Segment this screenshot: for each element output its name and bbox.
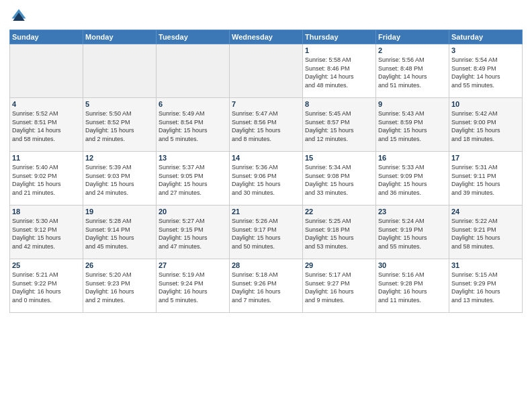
day-info: Sunrise: 5:37 AM Sunset: 9:05 PM Dayligh…	[159, 163, 227, 197]
day-info: Sunrise: 5:50 AM Sunset: 8:52 PM Dayligh…	[85, 109, 154, 143]
calendar-cell: 2Sunrise: 5:56 AM Sunset: 8:48 PM Daylig…	[376, 44, 449, 98]
weekday-header-thursday: Thursday	[303, 30, 376, 44]
calendar-body: 1Sunrise: 5:58 AM Sunset: 8:46 PM Daylig…	[10, 44, 523, 313]
day-info: Sunrise: 5:25 AM Sunset: 9:18 PM Dayligh…	[305, 217, 373, 250]
day-number: 22	[305, 208, 373, 216]
day-info: Sunrise: 5:26 AM Sunset: 9:17 PM Dayligh…	[232, 217, 300, 250]
day-info: Sunrise: 5:17 AM Sunset: 9:27 PM Dayligh…	[305, 271, 373, 304]
day-number: 16	[378, 154, 447, 162]
calendar-cell: 10Sunrise: 5:42 AM Sunset: 9:00 PM Dayli…	[449, 98, 523, 152]
day-number: 30	[378, 261, 447, 269]
day-info: Sunrise: 5:19 AM Sunset: 9:24 PM Dayligh…	[159, 271, 227, 304]
calendar-cell: 4Sunrise: 5:52 AM Sunset: 8:51 PM Daylig…	[10, 98, 83, 152]
calendar-cell: 21Sunrise: 5:26 AM Sunset: 9:17 PM Dayli…	[230, 205, 303, 259]
day-info: Sunrise: 5:15 AM Sunset: 9:29 PM Dayligh…	[451, 271, 520, 304]
calendar-cell: 31Sunrise: 5:15 AM Sunset: 9:29 PM Dayli…	[449, 259, 523, 313]
day-info: Sunrise: 5:42 AM Sunset: 9:00 PM Dayligh…	[451, 109, 520, 143]
day-number: 25	[12, 261, 81, 269]
calendar-cell: 13Sunrise: 5:37 AM Sunset: 9:05 PM Dayli…	[157, 152, 230, 205]
day-number: 28	[232, 261, 300, 269]
day-info: Sunrise: 5:30 AM Sunset: 9:12 PM Dayligh…	[12, 217, 81, 250]
day-number: 10	[451, 100, 520, 108]
calendar-cell: 27Sunrise: 5:19 AM Sunset: 9:24 PM Dayli…	[157, 259, 230, 313]
day-info: Sunrise: 5:43 AM Sunset: 8:59 PM Dayligh…	[378, 109, 447, 143]
day-info: Sunrise: 5:21 AM Sunset: 9:22 PM Dayligh…	[12, 271, 81, 304]
day-info: Sunrise: 5:24 AM Sunset: 9:19 PM Dayligh…	[378, 217, 447, 250]
day-info: Sunrise: 5:34 AM Sunset: 9:08 PM Dayligh…	[305, 163, 373, 197]
calendar-cell: 19Sunrise: 5:28 AM Sunset: 9:14 PM Dayli…	[83, 205, 157, 259]
calendar-cell	[83, 44, 157, 98]
day-info: Sunrise: 5:33 AM Sunset: 9:09 PM Dayligh…	[378, 163, 447, 197]
day-number: 23	[378, 208, 447, 216]
calendar-cell: 20Sunrise: 5:27 AM Sunset: 9:15 PM Dayli…	[157, 205, 230, 259]
calendar-cell: 26Sunrise: 5:20 AM Sunset: 9:23 PM Dayli…	[83, 259, 157, 313]
calendar-cell: 14Sunrise: 5:36 AM Sunset: 9:06 PM Dayli…	[230, 152, 303, 205]
day-info: Sunrise: 5:27 AM Sunset: 9:15 PM Dayligh…	[159, 217, 227, 250]
day-number: 21	[232, 208, 300, 216]
day-number: 18	[12, 208, 81, 216]
calendar-cell: 5Sunrise: 5:50 AM Sunset: 8:52 PM Daylig…	[83, 98, 157, 152]
calendar-cell: 23Sunrise: 5:24 AM Sunset: 9:19 PM Dayli…	[376, 205, 449, 259]
day-info: Sunrise: 5:45 AM Sunset: 8:57 PM Dayligh…	[305, 109, 373, 143]
calendar-table: SundayMondayTuesdayWednesdayThursdayFrid…	[9, 30, 523, 313]
calendar-cell: 8Sunrise: 5:45 AM Sunset: 8:57 PM Daylig…	[303, 98, 376, 152]
calendar-cell: 17Sunrise: 5:31 AM Sunset: 9:11 PM Dayli…	[449, 152, 523, 205]
day-number: 24	[451, 208, 520, 216]
day-number: 5	[85, 100, 154, 108]
calendar-cell: 24Sunrise: 5:22 AM Sunset: 9:21 PM Dayli…	[449, 205, 523, 259]
day-number: 7	[232, 100, 300, 108]
day-number: 3	[451, 46, 520, 54]
calendar-cell: 15Sunrise: 5:34 AM Sunset: 9:08 PM Dayli…	[303, 152, 376, 205]
logo	[9, 7, 31, 26]
day-info: Sunrise: 5:47 AM Sunset: 8:56 PM Dayligh…	[232, 109, 300, 143]
day-number: 12	[85, 154, 154, 162]
calendar-cell: 9Sunrise: 5:43 AM Sunset: 8:59 PM Daylig…	[376, 98, 449, 152]
day-info: Sunrise: 5:40 AM Sunset: 9:02 PM Dayligh…	[12, 163, 81, 197]
day-number: 31	[451, 261, 520, 269]
week-row-1: 1Sunrise: 5:58 AM Sunset: 8:46 PM Daylig…	[10, 44, 523, 98]
calendar-cell	[230, 44, 303, 98]
calendar-cell: 12Sunrise: 5:39 AM Sunset: 9:03 PM Dayli…	[83, 152, 157, 205]
day-info: Sunrise: 5:36 AM Sunset: 9:06 PM Dayligh…	[232, 163, 300, 197]
calendar-cell: 1Sunrise: 5:58 AM Sunset: 8:46 PM Daylig…	[303, 44, 376, 98]
calendar-cell: 30Sunrise: 5:16 AM Sunset: 9:28 PM Dayli…	[376, 259, 449, 313]
calendar-cell: 25Sunrise: 5:21 AM Sunset: 9:22 PM Dayli…	[10, 259, 83, 313]
day-info: Sunrise: 5:49 AM Sunset: 8:54 PM Dayligh…	[159, 109, 227, 143]
day-number: 11	[12, 154, 81, 162]
calendar-cell: 22Sunrise: 5:25 AM Sunset: 9:18 PM Dayli…	[303, 205, 376, 259]
day-info: Sunrise: 5:18 AM Sunset: 9:26 PM Dayligh…	[232, 271, 300, 304]
weekday-header-saturday: Saturday	[449, 30, 523, 44]
calendar-cell: 3Sunrise: 5:54 AM Sunset: 8:49 PM Daylig…	[449, 44, 523, 98]
day-info: Sunrise: 5:22 AM Sunset: 9:21 PM Dayligh…	[451, 217, 520, 250]
day-number: 6	[159, 100, 227, 108]
logo-icon	[9, 7, 28, 26]
day-info: Sunrise: 5:31 AM Sunset: 9:11 PM Dayligh…	[451, 163, 520, 197]
weekday-header-tuesday: Tuesday	[157, 30, 230, 44]
calendar-cell: 6Sunrise: 5:49 AM Sunset: 8:54 PM Daylig…	[157, 98, 230, 152]
calendar-cell: 29Sunrise: 5:17 AM Sunset: 9:27 PM Dayli…	[303, 259, 376, 313]
calendar-cell: 16Sunrise: 5:33 AM Sunset: 9:09 PM Dayli…	[376, 152, 449, 205]
day-info: Sunrise: 5:52 AM Sunset: 8:51 PM Dayligh…	[12, 109, 81, 143]
day-info: Sunrise: 5:54 AM Sunset: 8:49 PM Dayligh…	[451, 56, 520, 89]
weekday-header-friday: Friday	[376, 30, 449, 44]
calendar-cell	[10, 44, 83, 98]
week-row-5: 25Sunrise: 5:21 AM Sunset: 9:22 PM Dayli…	[10, 259, 523, 313]
weekday-header-monday: Monday	[83, 30, 157, 44]
calendar-cell: 11Sunrise: 5:40 AM Sunset: 9:02 PM Dayli…	[10, 152, 83, 205]
day-number: 2	[378, 46, 447, 54]
day-info: Sunrise: 5:20 AM Sunset: 9:23 PM Dayligh…	[85, 271, 154, 304]
day-number: 1	[305, 46, 373, 54]
day-info: Sunrise: 5:28 AM Sunset: 9:14 PM Dayligh…	[85, 217, 154, 250]
calendar-cell: 7Sunrise: 5:47 AM Sunset: 8:56 PM Daylig…	[230, 98, 303, 152]
day-number: 9	[378, 100, 447, 108]
week-row-4: 18Sunrise: 5:30 AM Sunset: 9:12 PM Dayli…	[10, 205, 523, 259]
day-number: 26	[85, 261, 154, 269]
calendar-header: SundayMondayTuesdayWednesdayThursdayFrid…	[10, 30, 523, 44]
calendar-cell: 18Sunrise: 5:30 AM Sunset: 9:12 PM Dayli…	[10, 205, 83, 259]
day-number: 13	[159, 154, 227, 162]
day-number: 4	[12, 100, 81, 108]
calendar-cell: 28Sunrise: 5:18 AM Sunset: 9:26 PM Dayli…	[230, 259, 303, 313]
weekday-header-wednesday: Wednesday	[230, 30, 303, 44]
week-row-2: 4Sunrise: 5:52 AM Sunset: 8:51 PM Daylig…	[10, 98, 523, 152]
day-number: 14	[232, 154, 300, 162]
